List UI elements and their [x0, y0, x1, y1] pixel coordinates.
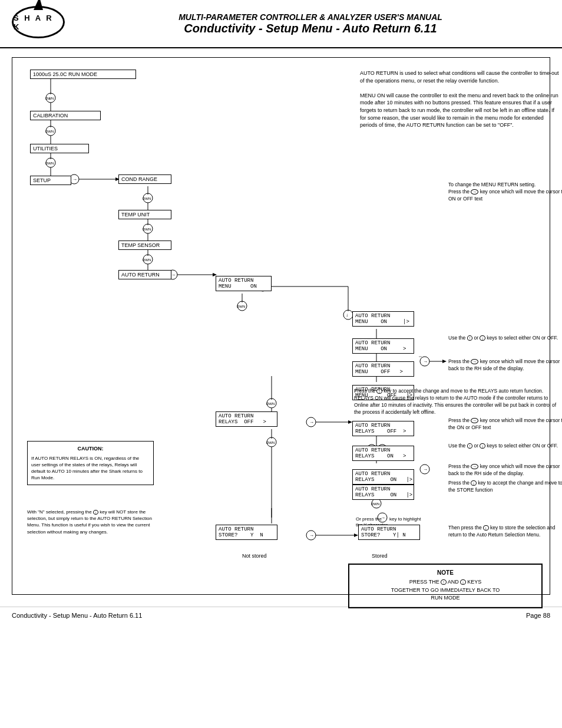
cond-range-box: COND RANGE [118, 174, 171, 184]
page-content: ↓ DWN DWN DWN → [0, 48, 562, 604]
auto-return-relays-on2-display: AUTO RETURN RELAYS ON |> [352, 469, 414, 485]
stored-label: Stored [372, 553, 388, 560]
auto-return-relays-on-display: AUTO RETURN RELAYS ON > [352, 446, 414, 461]
svg-text:DWN: DWN [266, 402, 275, 406]
press-enter-relays-cursor: Press the → key once which will move the… [448, 463, 562, 494]
run-mode-box: 1000uS 25.0C RUN MODE [30, 70, 136, 79]
auto-return-menu-box: AUTO RETURN [118, 270, 171, 279]
auto-return-menu-on-display: AUTO RETURN MENU ON |> [352, 311, 414, 327]
press-down-accept-menu: Press the ↓ key to accept the change and… [354, 388, 560, 416]
footer-right: Page 88 [526, 612, 550, 619]
auto-return-menu-on2-display: AUTO RETURN MENU ON > [352, 338, 414, 354]
change-menu-return-instructions: To change the MENU RETURN setting. Press… [448, 182, 562, 203]
auto-return-menu-off-display: AUTO RETURN MENU OFF > [352, 361, 414, 377]
svg-text:→: → [381, 515, 385, 521]
diagram-area: ↓ DWN DWN DWN → [12, 57, 550, 595]
with-n-selected-text: With "N" selected, pressing the ↓ key wi… [27, 509, 154, 535]
use-up-down-instructions: Use the ↑ or ↓ keys to select either ON … [448, 335, 562, 342]
svg-text:→: → [309, 533, 314, 538]
not-stored-label: Not stored [242, 553, 267, 560]
svg-point-40 [343, 310, 353, 319]
svg-marker-51 [442, 360, 447, 363]
temp-sensor-box: TEMP SENSOR [118, 241, 171, 250]
svg-marker-82 [354, 533, 358, 537]
svg-text:DWN: DWN [143, 228, 151, 231]
header-text-block: MULTI-PARAMETER CONTROLLER & ANALYZER US… [71, 12, 550, 35]
svg-text:DWN: DWN [45, 162, 54, 165]
note-box: NOTE PRESS THE ↑ AND ↓ KEYS TOGETHER TO … [348, 564, 543, 608]
use-up-down-relays: Use the ↑ or ↓ keys to select either ON … [448, 443, 562, 450]
auto-return-display-main: AUTO RETURN MENU ON [216, 276, 272, 291]
svg-point-6 [46, 126, 55, 136]
press-enter-cursor-back: Press the → key once which will move the… [448, 358, 562, 373]
auto-return-store-yn-right: AUTO RETURN STORE? Y| N [358, 525, 420, 540]
temp-unit-box: TEMP UNIT [118, 210, 171, 219]
svg-text:Or press the: Or press the [356, 516, 382, 522]
svg-point-79 [306, 531, 316, 540]
svg-text:DWN: DWN [371, 502, 379, 506]
shark-logo: S H A R K [12, 6, 65, 38]
svg-point-18 [143, 193, 153, 203]
svg-text:→: → [171, 272, 176, 278]
relays-enter-key-instruction: Press the → key once which will move the… [448, 417, 562, 431]
auto-return-store-yn-flow: AUTO RETURN STORE? Y N [216, 525, 277, 540]
svg-text:DWN: DWN [266, 441, 275, 444]
auto-return-description: AUTO RETURN is used to select what condi… [360, 70, 560, 129]
svg-point-58 [306, 417, 316, 427]
then-press-down-instruction: Then press the ↓ key to store the select… [448, 525, 562, 539]
main-title: MULTI-PARAMETER CONTROLLER & ANALYZER US… [71, 12, 550, 22]
svg-point-10 [46, 158, 55, 167]
svg-text:DWN: DWN [237, 305, 245, 308]
svg-point-36 [237, 301, 247, 311]
caution-box: CAUTION: If AUTO RETURN RELAYS is ON, re… [27, 441, 154, 485]
svg-point-26 [143, 255, 153, 264]
svg-point-63 [267, 437, 276, 447]
shark-fin-icon [34, 0, 43, 10]
logo-text: S H A R K [14, 14, 63, 31]
svg-text:DWN: DWN [143, 258, 151, 262]
setup-box: SETUP [30, 176, 71, 185]
footer-left: Conductivity - Setup Menu - Auto Return … [12, 612, 142, 619]
svg-text:→: → [309, 420, 314, 425]
auto-return-relays-off-main: AUTO RETURN RELAYS OFF > [216, 411, 277, 427]
svg-marker-61 [348, 420, 352, 424]
svg-point-71 [420, 465, 429, 474]
svg-point-84 [378, 513, 387, 522]
page-footer: Conductivity - Setup Menu - Auto Return … [0, 607, 562, 624]
svg-text:↓: ↓ [346, 312, 348, 318]
svg-text:→: → [423, 467, 428, 472]
svg-point-1 [46, 93, 55, 103]
svg-point-22 [143, 224, 153, 233]
sub-title: Conductivity - Setup Menu - Auto Return … [71, 22, 550, 35]
svg-text:DWN: DWN [45, 97, 54, 100]
svg-text:DWN: DWN [143, 197, 151, 200]
calibration-box: CALIBRATION [30, 111, 101, 120]
auto-return-relays-off-right: AUTO RETURN RELAYS OFF > [352, 421, 414, 436]
svg-text:→: → [72, 177, 77, 182]
logo: S H A R K [12, 6, 71, 41]
svg-text:key to highlight: key to highlight [389, 516, 421, 522]
svg-point-48 [420, 357, 429, 366]
utilities-box: UTILITIES [30, 144, 89, 153]
svg-text:DWN: DWN [45, 130, 54, 133]
auto-return-relays-on3-display: AUTO RETURN RELAYS ON |> [352, 485, 414, 500]
page-header: S H A R K MULTI-PARAMETER CONTROLLER & A… [0, 0, 562, 48]
svg-text:↓: ↓ [48, 95, 51, 101]
flow-container: ↓ DWN DWN DWN → [18, 64, 544, 588]
svg-point-55 [267, 398, 276, 408]
svg-text:→: → [423, 359, 428, 364]
svg-point-75 [372, 499, 381, 508]
